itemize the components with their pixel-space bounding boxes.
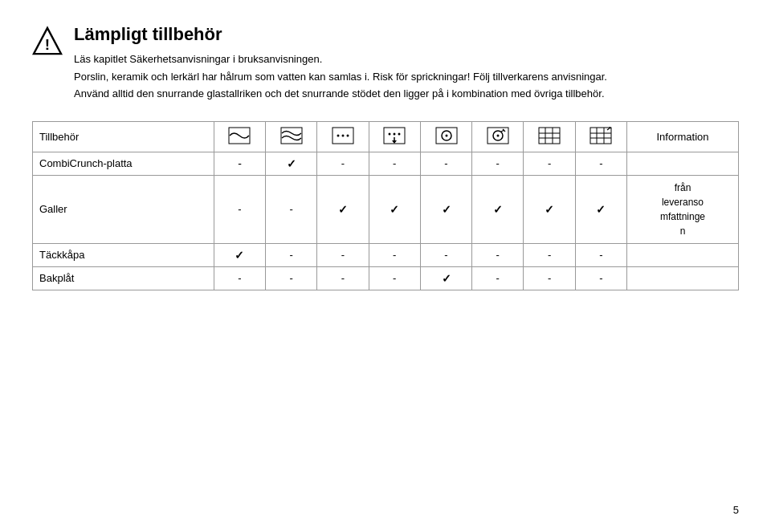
- warning-line-3: Använd alltid den snurrande glastallrike…: [74, 86, 607, 102]
- circle-plus-icon: [475, 127, 520, 147]
- circle-icon: [424, 127, 468, 147]
- svg-point-5: [337, 134, 339, 136]
- row-name: Täckkåpa: [33, 243, 214, 266]
- svg-text:!: !: [45, 36, 50, 53]
- cell-7: -: [524, 266, 575, 290]
- cell-4: -: [369, 152, 420, 175]
- cell-2: -: [266, 243, 317, 266]
- cell-8: -: [575, 266, 626, 290]
- cell-1: -: [214, 175, 265, 243]
- info-col-header: Information: [626, 121, 738, 152]
- cell-2: -: [266, 266, 317, 290]
- cell-8: -: [575, 243, 626, 266]
- table-section: Tillbehör: [32, 121, 739, 290]
- icon-header-circle: [420, 121, 471, 152]
- dots-icon: [320, 127, 365, 147]
- cell-7: -: [524, 152, 575, 175]
- header-section: ! Lämpligt tillbehör Läs kapitlet Säkerh…: [32, 24, 739, 104]
- cell-4: -: [369, 266, 420, 290]
- cell-5: ✓: [420, 266, 471, 290]
- svg-point-6: [341, 134, 344, 136]
- svg-point-11: [398, 132, 401, 135]
- icon-header-grid-arrow: [575, 121, 626, 152]
- table-row: Galler - - ✓ ✓ ✓ ✓ ✓ ✓ frånleveransomfat…: [33, 175, 739, 243]
- cell-8: ✓: [575, 175, 626, 243]
- icon-header-wave: [214, 121, 265, 152]
- cell-3: -: [317, 266, 369, 290]
- icon-header-wave-dbl: [266, 121, 317, 152]
- page-number: 5: [733, 504, 739, 516]
- warning-line-2: Porslin, keramik och lerkärl har hålrum …: [74, 69, 607, 85]
- cell-2: -: [266, 175, 317, 243]
- info-cell: [626, 243, 738, 266]
- warning-icon: !: [32, 26, 63, 56]
- svg-point-9: [389, 132, 391, 135]
- row-name: Galler: [33, 175, 214, 243]
- cell-1: -: [214, 152, 265, 175]
- svg-marker-13: [392, 140, 397, 144]
- accessories-table: Tillbehör: [32, 121, 739, 290]
- cell-6: -: [472, 243, 524, 266]
- info-cell: [626, 152, 738, 175]
- cell-1: ✓: [214, 243, 265, 266]
- grid-arrow-icon: [579, 127, 623, 147]
- table-row: Täckkåpa ✓ - - - - - - -: [33, 243, 739, 266]
- cell-5: -: [420, 243, 471, 266]
- grid-icon: [527, 127, 571, 147]
- cell-7: ✓: [524, 175, 575, 243]
- cell-6: ✓: [472, 175, 524, 243]
- svg-point-7: [346, 134, 349, 136]
- cell-7: -: [524, 243, 575, 266]
- cell-4: ✓: [369, 175, 420, 243]
- svg-rect-3: [281, 128, 302, 144]
- warning-line-1: Läs kapitlet Säkerhetsanvisningar i bruk…: [74, 51, 607, 67]
- svg-point-10: [394, 132, 396, 135]
- cell-1: -: [214, 266, 265, 290]
- icon-header-grid: [524, 121, 575, 152]
- page-title: Lämpligt tillbehör: [74, 24, 607, 45]
- cell-3: -: [317, 243, 369, 266]
- wave-double-icon: [269, 127, 313, 147]
- cell-5: ✓: [420, 175, 471, 243]
- icon-header-dots: [317, 121, 369, 152]
- table-row: Bakplåt - - - - ✓ - - -: [33, 266, 739, 290]
- cell-6: -: [472, 266, 524, 290]
- cell-8: -: [575, 152, 626, 175]
- cell-2: ✓: [266, 152, 317, 175]
- cell-3: ✓: [317, 175, 369, 243]
- svg-point-16: [445, 134, 447, 136]
- info-text-galler: frånleveransomfattningen: [630, 181, 735, 238]
- wave-icon: [218, 127, 262, 147]
- info-cell: frånleveransomfattningen: [626, 175, 738, 243]
- cell-4: -: [369, 243, 420, 266]
- col-header-name: Tillbehör: [33, 121, 214, 152]
- svg-point-19: [496, 134, 499, 136]
- row-name: Bakplåt: [33, 266, 214, 290]
- dots-arrow-icon: [373, 127, 417, 147]
- icon-header-circle-plus: [472, 121, 524, 152]
- row-name: CombiCrunch-platta: [33, 152, 214, 175]
- cell-6: -: [472, 152, 524, 175]
- cell-3: -: [317, 152, 369, 175]
- table-row: CombiCrunch-platta - ✓ - - - - - -: [33, 152, 739, 175]
- cell-5: -: [420, 152, 471, 175]
- info-cell: [626, 266, 738, 290]
- icon-header-dots-arrow: [369, 121, 420, 152]
- header-text: Lämpligt tillbehör Läs kapitlet Säkerhet…: [74, 24, 607, 104]
- svg-rect-27: [590, 128, 611, 144]
- svg-rect-22: [539, 128, 560, 144]
